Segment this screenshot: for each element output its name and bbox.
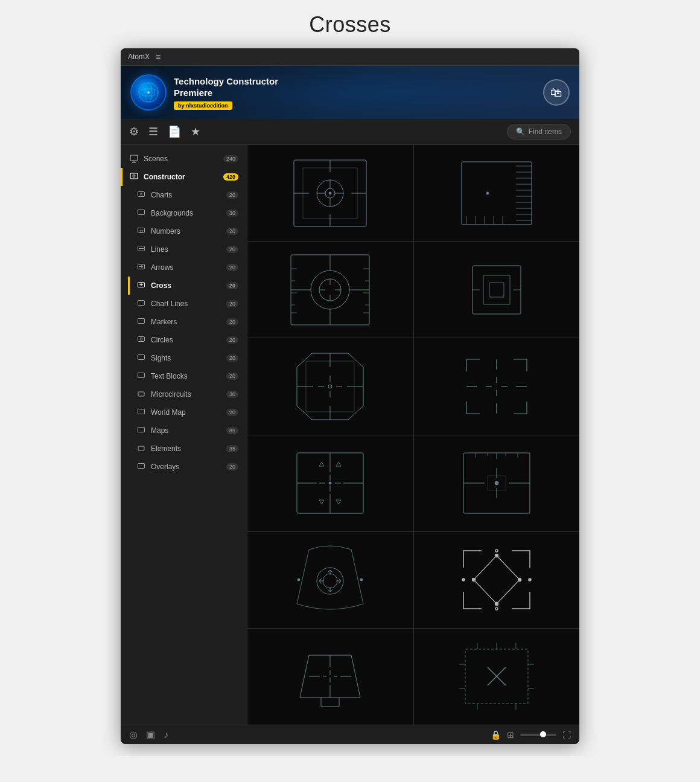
lines-icon xyxy=(136,245,146,254)
svg-rect-13 xyxy=(138,210,145,215)
sidebar: Scenes 240 Constructor 420 Charts 20 xyxy=(121,145,247,725)
svg-point-137 xyxy=(298,578,300,581)
arrows-badge: 20 xyxy=(226,264,238,271)
numbers-icon: 12 xyxy=(136,226,146,236)
fullscreen-icon[interactable]: ⛶ xyxy=(562,730,571,740)
main-content: Scenes 240 Constructor 420 Charts 20 xyxy=(121,145,579,725)
grid-cell-7[interactable] xyxy=(247,435,413,531)
worldmap-badge: 20 xyxy=(226,409,238,416)
cross-label: Cross xyxy=(151,281,171,290)
sidebar-item-arrows[interactable]: Arrows 20 xyxy=(128,258,247,277)
svg-rect-86 xyxy=(483,275,510,304)
sidebar-item-textblocks[interactable]: Text Blocks 20 xyxy=(128,367,247,385)
grid-cell-8[interactable] xyxy=(414,435,580,531)
svg-point-138 xyxy=(360,578,363,581)
sidebar-item-maps[interactable]: Maps 85 xyxy=(128,421,247,440)
sub-items: Charts 20 Backgrounds 30 12 Numbers 20 xyxy=(121,186,247,476)
sights-icon xyxy=(136,353,146,363)
file-icon[interactable]: 📄 xyxy=(168,125,181,138)
bottom-shape-icon[interactable]: ◎ xyxy=(129,729,138,740)
svg-marker-112 xyxy=(336,500,341,504)
grid-icon[interactable]: ⊞ xyxy=(507,730,514,740)
sidebar-item-markers[interactable]: Markers 20 xyxy=(128,313,247,331)
sidebar-item-lines[interactable]: Lines 20 xyxy=(128,240,247,258)
charts-label: Charts xyxy=(151,191,172,199)
markers-label: Markers xyxy=(151,318,177,326)
microcircuits-label: Microcircuits xyxy=(151,390,191,399)
search-box[interactable]: 🔍 Find items xyxy=(507,124,571,139)
sidebar-item-elements[interactable]: Elements 35 xyxy=(128,440,247,458)
grid-cell-9[interactable] xyxy=(247,532,413,628)
svg-rect-47 xyxy=(462,162,532,225)
sidebar-item-scenes[interactable]: Scenes 240 xyxy=(121,150,247,168)
chartlines-label: Chart Lines xyxy=(151,300,188,308)
svg-rect-9 xyxy=(130,173,138,179)
grid-cell-6[interactable] xyxy=(414,338,580,434)
svg-rect-29 xyxy=(138,392,144,396)
sliders-icon[interactable]: ⚙ xyxy=(129,125,139,138)
app-window: AtomX ≡ Technology Constructor Premiere xyxy=(121,48,579,744)
svg-point-5 xyxy=(148,92,150,94)
elements-icon xyxy=(136,444,146,453)
circles-badge: 20 xyxy=(226,336,238,344)
svg-rect-87 xyxy=(489,283,504,297)
svg-marker-109 xyxy=(319,462,324,466)
chartlines-icon xyxy=(136,299,146,309)
svg-point-148 xyxy=(495,603,498,606)
textblocks-label: Text Blocks xyxy=(151,372,188,380)
worldmap-icon xyxy=(136,408,146,417)
sidebar-item-chartlines[interactable]: Chart Lines 20 xyxy=(128,295,247,313)
banner-info: Technology Constructor Premiere by nlxst… xyxy=(174,75,278,110)
svg-point-149 xyxy=(472,578,475,582)
microcircuits-icon xyxy=(136,389,146,399)
grid-cell-4[interactable] xyxy=(414,242,580,338)
lock-icon[interactable]: 🔒 xyxy=(491,730,501,740)
sidebar-item-microcircuits[interactable]: Microcircuits 30 xyxy=(128,385,247,403)
cart-button[interactable]: 🛍 xyxy=(543,79,570,106)
arrows-label: Arrows xyxy=(151,263,173,272)
menu-icon[interactable]: ≡ xyxy=(156,52,161,62)
grid-cell-12[interactable] xyxy=(414,629,580,725)
svg-point-121 xyxy=(329,482,331,484)
grid-cell-10[interactable] xyxy=(414,532,580,628)
star-icon[interactable]: ★ xyxy=(191,125,200,138)
sidebar-item-cross[interactable]: Cross 20 xyxy=(128,277,247,295)
lines-badge: 20 xyxy=(226,246,238,253)
textblocks-icon xyxy=(136,371,146,381)
sidebar-item-charts[interactable]: Charts 20 xyxy=(128,186,247,204)
chartlines-badge: 20 xyxy=(226,300,238,307)
sidebar-item-backgrounds[interactable]: Backgrounds 30 xyxy=(128,204,247,222)
zoom-slider[interactable] xyxy=(520,734,556,736)
sidebar-item-sights[interactable]: Sights 20 xyxy=(128,349,247,367)
grid-cell-2[interactable] xyxy=(414,145,580,241)
grid-cell-1[interactable] xyxy=(247,145,413,241)
app-name: AtomX xyxy=(128,53,150,61)
svg-rect-33 xyxy=(138,464,145,469)
sights-label: Sights xyxy=(151,354,171,362)
svg-point-153 xyxy=(495,607,498,610)
search-placeholder: Find items xyxy=(529,127,562,136)
numbers-label: Numbers xyxy=(151,227,180,236)
sidebar-item-overlays[interactable]: Overlays 20 xyxy=(128,458,247,476)
grid-cell-3[interactable] xyxy=(247,242,413,338)
grid-panel xyxy=(247,145,579,725)
sidebar-item-numbers[interactable]: 12 Numbers 20 xyxy=(128,222,247,240)
scenes-icon xyxy=(129,154,139,164)
svg-marker-110 xyxy=(336,462,341,466)
sidebar-item-circles[interactable]: Circles 20 xyxy=(128,331,247,349)
grid-cell-11[interactable] xyxy=(247,629,413,725)
svg-point-26 xyxy=(140,338,142,341)
svg-text:12: 12 xyxy=(139,229,144,233)
sights-badge: 20 xyxy=(226,354,238,362)
bottom-rect-icon[interactable]: ▣ xyxy=(146,729,155,740)
arrows-icon xyxy=(136,263,146,272)
list-icon[interactable]: ☰ xyxy=(148,125,158,138)
svg-point-58 xyxy=(486,192,489,194)
svg-point-12 xyxy=(141,193,142,195)
svg-rect-24 xyxy=(138,319,145,324)
bottom-music-icon[interactable]: ♪ xyxy=(164,729,168,740)
svg-rect-32 xyxy=(138,446,144,450)
grid-cell-5[interactable] xyxy=(247,338,413,434)
sidebar-item-constructor[interactable]: Constructor 420 xyxy=(121,168,247,186)
sidebar-item-worldmap[interactable]: World Map 20 xyxy=(128,403,247,421)
